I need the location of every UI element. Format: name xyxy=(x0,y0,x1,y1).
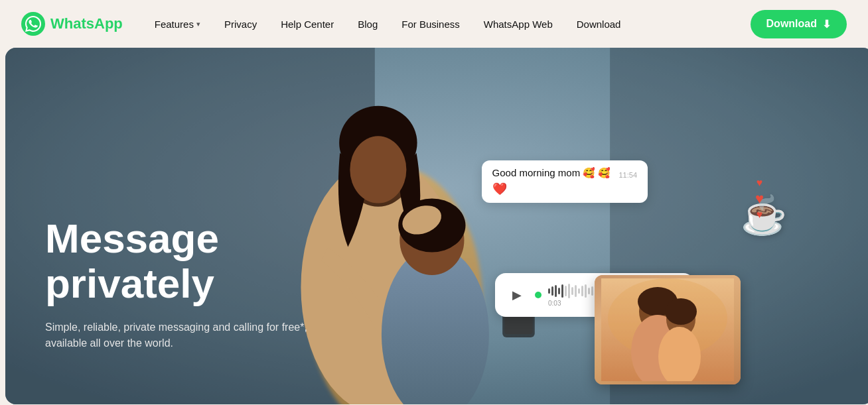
waveform-bar xyxy=(585,284,587,298)
heart-icon-small: ♥ xyxy=(757,177,763,189)
waveform-bar xyxy=(571,287,573,295)
waveform-bar xyxy=(578,288,580,294)
nav-item-privacy[interactable]: Privacy xyxy=(224,19,257,30)
photo-thumbnail xyxy=(595,275,741,384)
waveform-bar xyxy=(548,288,550,294)
waveform-bar xyxy=(561,284,563,298)
brand-name: WhatsApp xyxy=(50,15,123,32)
voice-active-dot xyxy=(535,292,542,298)
svg-point-0 xyxy=(21,12,45,36)
waveform-bar xyxy=(581,286,583,296)
whatsapp-logo-icon xyxy=(21,12,45,36)
voice-play-button[interactable]: ▶ xyxy=(506,284,528,306)
svg-rect-23 xyxy=(601,278,734,381)
hero-section: Message privately Simple, reliable, priv… xyxy=(5,48,868,404)
download-arrow-icon: ⬇ xyxy=(822,18,831,30)
chat-bubble-reaction: ❤️ xyxy=(492,182,637,196)
nav-item-help-center[interactable]: Help Center xyxy=(281,19,334,30)
heart-icon-medium: ♥ xyxy=(755,190,764,207)
sticker-coffee-cup: ☕ xyxy=(741,194,787,237)
chat-bubble-row: Good morning mom 🥰 🥰 11:54 xyxy=(492,167,637,179)
nav-item-for-business[interactable]: For Business xyxy=(401,19,460,30)
nav-item-blog[interactable]: Blog xyxy=(358,19,378,30)
waveform-bar xyxy=(575,285,577,297)
waveform-bar xyxy=(565,286,567,296)
waveform-bar xyxy=(551,286,553,296)
photo-thumb-inner xyxy=(595,275,741,384)
chat-bubble: Good morning mom 🥰 🥰 11:54 ❤️ xyxy=(482,160,648,203)
waveform-bar xyxy=(555,285,557,297)
nav-item-download-text[interactable]: Download xyxy=(577,19,621,30)
nav-actions: Download ⬇ xyxy=(751,10,847,38)
logo-link[interactable]: WhatsApp xyxy=(21,12,123,36)
waveform-bar xyxy=(591,286,593,296)
hero-content: Message privately Simple, reliable, priv… xyxy=(45,216,324,351)
nav-links: Features ▾ Privacy Help Center Blog For … xyxy=(155,19,751,30)
download-button[interactable]: Download ⬇ xyxy=(751,10,847,38)
svg-point-7 xyxy=(350,136,406,203)
chat-bubble-text: Good morning mom 🥰 🥰 xyxy=(492,167,611,179)
photo-figures xyxy=(601,278,734,381)
hearts-decoration: ♥ ♥ ♥ xyxy=(755,177,764,221)
nav-item-features[interactable]: Features ▾ xyxy=(155,19,200,30)
hero-subtitle: Simple, reliable, private messaging and … xyxy=(45,319,324,351)
play-icon: ▶ xyxy=(512,288,522,302)
voice-start-time: 0:03 xyxy=(548,300,561,307)
waveform-bar xyxy=(558,288,560,294)
navigation: WhatsApp Features ▾ Privacy Help Center … xyxy=(0,0,868,48)
heart-icon-small-2: ♥ xyxy=(757,209,763,221)
chevron-down-icon: ▾ xyxy=(196,20,200,29)
nav-item-whatsapp-web[interactable]: WhatsApp Web xyxy=(484,19,553,30)
hero-title: Message privately xyxy=(45,216,324,306)
waveform-bar xyxy=(588,288,590,294)
waveform-bar xyxy=(568,284,570,298)
chat-bubble-time: 11:54 xyxy=(618,171,637,179)
